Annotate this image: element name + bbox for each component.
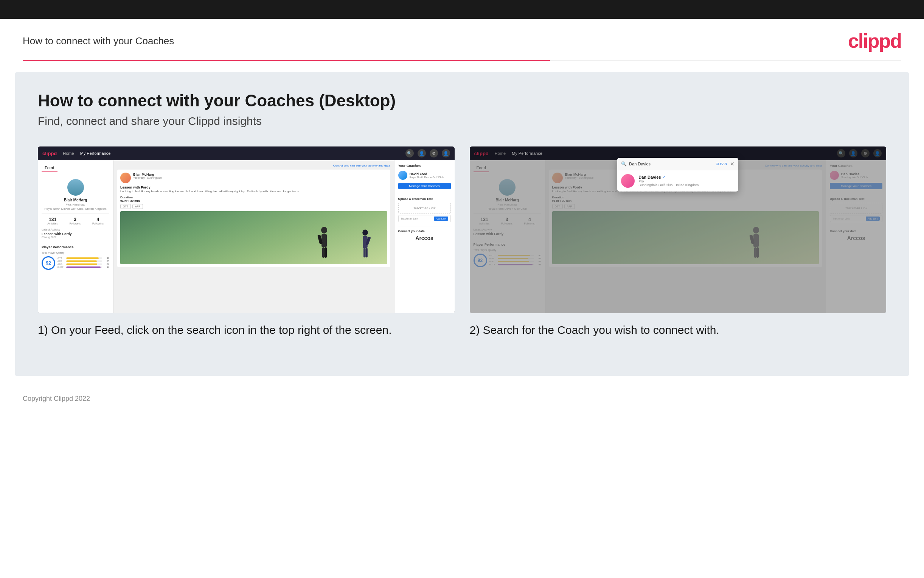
upload-title-1: Upload a Trackman Test — [398, 197, 451, 201]
latest-activity: Latest Activity Lesson with Fordy 03 Aug… — [42, 228, 109, 239]
main-content: How to connect with your Coaches (Deskto… — [15, 72, 909, 376]
control-link-1[interactable]: Control who can see your activity and da… — [117, 164, 390, 167]
quality-bars: OTT 90 APP 85 — [58, 257, 109, 269]
search-clear-btn[interactable]: CLEAR — [715, 162, 727, 166]
coach-name-1: David Ford — [409, 172, 443, 176]
stat-activities: 131 Activities — [47, 217, 58, 225]
trackman-box-1: Trackman Link — [398, 203, 451, 213]
upload-section-1: Upload a Trackman Test Trackman Link Tra… — [398, 194, 451, 222]
lesson-text: Looking to feel like my hands are exitin… — [120, 189, 387, 193]
result-avatar — [621, 174, 635, 188]
nav-link-home-1[interactable]: Home — [63, 151, 74, 156]
nav-logo-1: clippd — [42, 151, 57, 156]
stat-followers: 3 Followers — [70, 217, 81, 225]
profile-card: Blair McHarg Plus Handicap Royal North D… — [42, 176, 109, 242]
top-bar — [0, 0, 924, 19]
app-ui-1: clippd Home My Performance 🔍 👤 ⚙ 👤 — [38, 146, 455, 313]
header-title: How to connect with your Coaches — [23, 35, 174, 47]
profile-club-1: Royal North Devon Golf Club, United King… — [42, 207, 109, 211]
feed-tab[interactable]: Feed — [42, 164, 58, 172]
manage-coaches-btn-1[interactable]: Manage Your Coaches — [398, 183, 451, 189]
lesson-avatar-1 — [120, 173, 131, 183]
result-club: Sunningdale Golf Club, United Kingdom — [638, 183, 699, 187]
app-btn[interactable]: APP — [133, 204, 143, 209]
search-overlay: 🔍 Dan Davies CLEAR ✕ Dan Davies ✓ — [617, 158, 738, 192]
app-nav-1: clippd Home My Performance 🔍 👤 ⚙ 👤 — [38, 146, 455, 160]
search-icon-nav[interactable]: 🔍 — [405, 149, 414, 157]
coach-item-1: David Ford Royal North Devon Golf Club — [398, 171, 451, 180]
lesson-duration: Duration — [120, 196, 387, 199]
lesson-duration-value: 01 hr : 30 min — [120, 199, 387, 203]
golfer2-icon — [357, 228, 374, 264]
svg-rect-4 — [325, 247, 327, 258]
nav-link-performance-1[interactable]: My Performance — [80, 151, 111, 156]
trackman-input-1[interactable]: Trackman Link Add Link — [398, 215, 451, 222]
coaches-title-1: Your Coaches — [398, 164, 451, 168]
screenshot-block-2: clippd Home My Performance 🔍 👤 ⚙ 👤 — [470, 146, 887, 338]
coach-club-1: Royal North Devon Golf Club — [409, 176, 443, 179]
settings-icon-nav[interactable]: ⚙ — [430, 149, 438, 157]
lesson-image-1 — [120, 211, 387, 264]
search-close-btn[interactable]: ✕ — [730, 161, 735, 167]
header: How to connect with your Coaches clippd — [0, 19, 924, 60]
search-input-text[interactable]: Dan Davies — [629, 162, 715, 166]
step1-caption: 1) On your Feed, click on the search ico… — [38, 322, 455, 338]
app-ui-2: clippd Home My Performance 🔍 👤 ⚙ 👤 — [470, 146, 887, 313]
screenshot-frame-1: clippd Home My Performance 🔍 👤 ⚙ 👤 — [38, 146, 455, 313]
nav-icons-1: 🔍 👤 ⚙ 👤 — [405, 149, 450, 157]
stat-following: 4 Following — [92, 217, 104, 225]
app-main-1: Control who can see your activity and da… — [113, 160, 394, 313]
screenshots-row: clippd Home My Performance 🔍 👤 ⚙ 👤 — [38, 146, 886, 338]
add-link-btn-1[interactable]: Add Link — [434, 216, 448, 221]
page-heading: How to connect with your Coaches (Deskto… — [38, 91, 886, 110]
lesson-title: Lesson with Fordy — [120, 185, 387, 189]
lesson-date: Yesterday · Sunningdale — [133, 176, 162, 179]
player-performance: Player Performance Total Player Quality … — [42, 245, 109, 270]
svg-point-5 — [363, 230, 368, 236]
header-divider — [23, 60, 901, 61]
lesson-coach-name: Blair McHarg — [133, 173, 162, 176]
svg-rect-3 — [322, 247, 325, 258]
arccos-logo-1: Arccos — [398, 235, 451, 241]
clippd-logo: clippd — [848, 29, 901, 52]
screenshot-frame-2: clippd Home My Performance 🔍 👤 ⚙ 👤 — [470, 146, 887, 313]
golfer-icon — [315, 226, 333, 264]
step2-caption: 2) Search for the Coach you wish to conn… — [470, 322, 887, 338]
profile-avatar-1 — [67, 179, 84, 196]
svg-rect-9 — [366, 248, 367, 257]
svg-rect-8 — [364, 248, 366, 257]
lesson-card-1: Blair McHarg Yesterday · Sunningdale Les… — [117, 170, 390, 267]
search-icon-overlay: 🔍 — [621, 161, 627, 167]
svg-point-0 — [321, 227, 327, 234]
profile-name-1: Blair McHarg — [42, 198, 109, 202]
profile-handicap-1: Plus Handicap — [42, 203, 109, 206]
copyright: Copyright Clippd 2022 — [0, 387, 924, 410]
connect-title-1: Connect your data — [398, 229, 451, 233]
coach-avatar-1 — [398, 171, 407, 180]
connect-section-1: Connect your data Arccos — [398, 226, 451, 241]
ott-btn[interactable]: OTT — [120, 204, 131, 209]
profile-stats-1: 131 Activities 3 Followers 4 — [42, 213, 109, 225]
search-bar: 🔍 Dan Davies CLEAR ✕ — [617, 158, 738, 170]
verified-icon: ✓ — [662, 175, 665, 179]
quality-score: 92 — [42, 256, 55, 270]
result-sub: Pro — [638, 179, 699, 183]
app-body-1: Feed Blair McHarg Plus Handicap Royal No… — [38, 160, 455, 313]
screenshot-block-1: clippd Home My Performance 🔍 👤 ⚙ 👤 — [38, 146, 455, 338]
svg-rect-1 — [322, 234, 327, 247]
search-result[interactable]: Dan Davies ✓ Pro Sunningdale Golf Club, … — [617, 170, 738, 192]
avatar-icon-nav[interactable]: 👤 — [442, 149, 450, 157]
result-name: Dan Davies — [638, 175, 661, 179]
app-right-1: Your Coaches David Ford Royal North Devo… — [394, 160, 455, 313]
page-subheading: Find, connect and share your Clippd insi… — [38, 115, 886, 128]
app-sidebar-1: Feed Blair McHarg Plus Handicap Royal No… — [38, 160, 113, 313]
user-icon-nav[interactable]: 👤 — [417, 149, 426, 157]
